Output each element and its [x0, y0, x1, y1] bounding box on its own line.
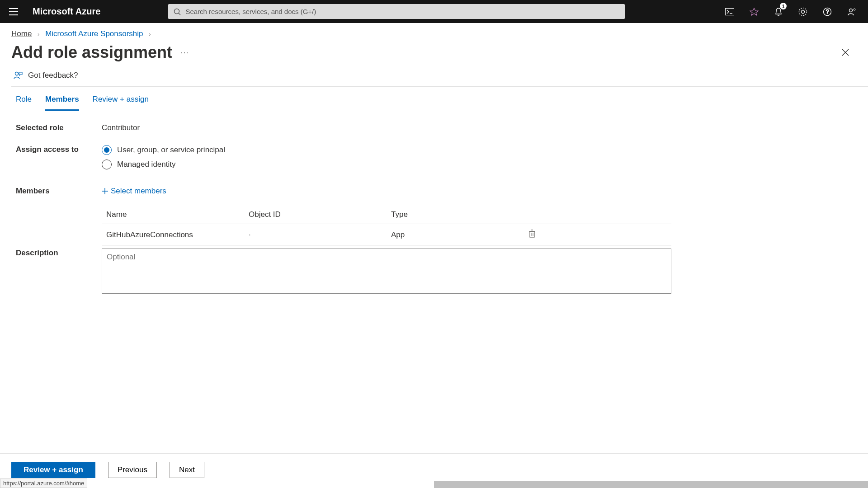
horizontal-scrollbar[interactable]	[434, 481, 868, 488]
brand[interactable]: Microsoft Azure	[33, 6, 100, 17]
tab-review[interactable]: Review + assign	[93, 95, 149, 111]
chevron-right-icon: ›	[149, 31, 151, 38]
gear-icon	[798, 7, 807, 16]
crumb-subscription[interactable]: Microsoft Azure Sponsorship	[45, 29, 143, 38]
svg-point-17	[15, 72, 19, 75]
col-name: Name	[106, 210, 249, 219]
chevron-right-icon: ›	[38, 31, 39, 38]
cloud-shell-button[interactable]	[718, 0, 741, 23]
cell-name: GitHubAzureConnections	[106, 230, 249, 239]
svg-rect-20	[530, 231, 534, 237]
row-assign-access: Assign access to User, group, or service…	[16, 145, 852, 174]
value-selected-role: Contributor	[102, 123, 852, 132]
radio-user-group-sp[interactable]: User, group, or service principal	[102, 145, 852, 155]
feedback-person-icon	[14, 71, 23, 80]
tab-role[interactable]: Role	[16, 95, 32, 111]
breadcrumb: Home › Microsoft Azure Sponsorship ›	[0, 23, 868, 41]
copilot-icon	[750, 7, 759, 16]
plus-icon	[102, 188, 108, 194]
description-input[interactable]	[102, 249, 671, 294]
tab-members[interactable]: Members	[45, 95, 79, 111]
more-actions-button[interactable]: ⋯	[180, 47, 189, 57]
copilot-button[interactable]	[742, 0, 766, 23]
delete-member-button[interactable]	[528, 231, 536, 239]
crumb-home[interactable]: Home	[11, 29, 32, 38]
select-members-label: Select members	[111, 187, 166, 196]
table-row: GitHubAzureConnections · App	[102, 224, 671, 246]
svg-point-10	[799, 8, 807, 15]
got-feedback-link[interactable]: Got feedback?	[0, 71, 868, 86]
topbar-actions: 1 ?	[718, 0, 863, 23]
members-form: Selected role Contributor Assign access …	[0, 111, 868, 321]
page-header: Add role assignment ⋯	[0, 41, 868, 71]
feedback-label: Got feedback?	[28, 71, 78, 80]
members-table: Name Object ID Type GitHubAzureConnectio…	[102, 206, 671, 246]
search-bar[interactable]	[168, 4, 625, 19]
hamburger-icon	[9, 8, 18, 15]
label-description: Description	[16, 249, 102, 258]
svg-point-9	[802, 10, 805, 13]
review-assign-button[interactable]: Review + assign	[11, 462, 95, 478]
help-icon: ?	[823, 7, 832, 16]
svg-rect-5	[726, 8, 734, 15]
next-button[interactable]: Next	[170, 462, 204, 478]
svg-marker-7	[750, 8, 758, 15]
notification-badge: 1	[780, 3, 787, 9]
feedback-button[interactable]	[840, 0, 863, 23]
select-members-button[interactable]: Select members	[102, 187, 852, 196]
svg-line-4	[179, 13, 180, 15]
status-url: https://portal.azure.com/#home	[0, 479, 87, 488]
search-icon	[174, 8, 181, 15]
trash-icon	[528, 230, 536, 238]
radio-managed-identity[interactable]: Managed identity	[102, 160, 852, 169]
search-input[interactable]	[185, 8, 619, 15]
radio-user-label: User, group, or service principal	[117, 145, 225, 155]
cell-object-id: ·	[249, 230, 391, 239]
row-description: Description	[16, 249, 852, 296]
menu-toggle[interactable]	[5, 8, 23, 15]
notifications-button[interactable]: 1	[767, 0, 790, 23]
svg-point-3	[175, 9, 179, 14]
col-object-id: Object ID	[249, 210, 391, 219]
page-title: Add role assignment	[11, 43, 172, 62]
row-selected-role: Selected role Contributor	[16, 123, 852, 132]
footer-actions: Review + assign Previous Next	[0, 453, 868, 478]
label-assign-access: Assign access to	[16, 145, 102, 154]
person-feedback-icon	[847, 7, 856, 16]
col-type: Type	[391, 210, 527, 219]
help-button[interactable]: ?	[816, 0, 839, 23]
settings-button[interactable]	[791, 0, 815, 23]
svg-point-13	[849, 9, 853, 12]
radio-checked-icon	[102, 145, 112, 155]
previous-button[interactable]: Previous	[108, 462, 157, 478]
svg-point-14	[854, 9, 855, 10]
label-selected-role: Selected role	[16, 123, 102, 132]
close-button[interactable]	[839, 46, 852, 59]
row-members: Members Select members Name Object ID Ty…	[16, 187, 852, 246]
table-header: Name Object ID Type	[102, 206, 671, 224]
topbar: Microsoft Azure 1 ?	[0, 0, 868, 23]
svg-text:?: ?	[826, 9, 829, 15]
tabs: Role Members Review + assign	[0, 87, 868, 111]
close-icon	[841, 48, 850, 57]
label-members: Members	[16, 187, 102, 196]
radio-unchecked-icon	[102, 160, 112, 169]
cell-type: App	[391, 230, 527, 239]
cloudshell-icon	[725, 8, 734, 15]
radio-mi-label: Managed identity	[117, 160, 175, 169]
